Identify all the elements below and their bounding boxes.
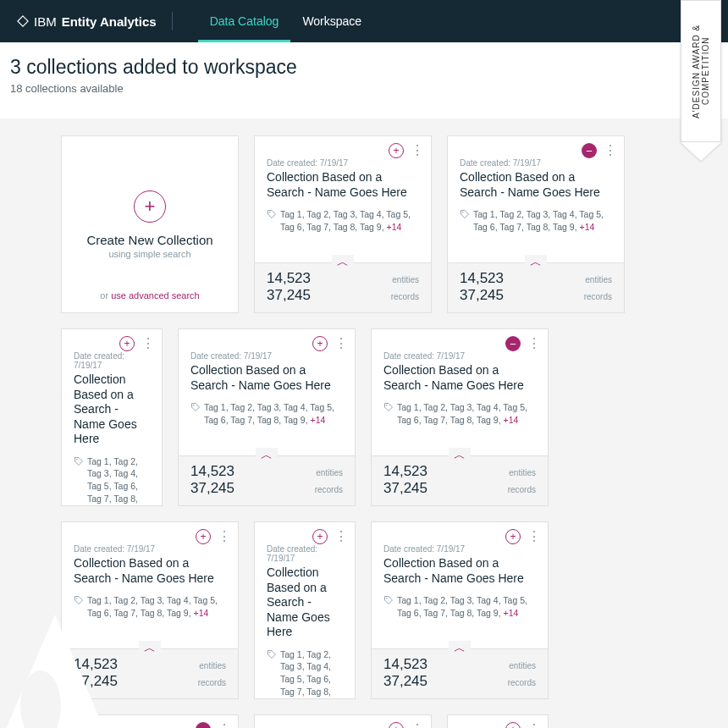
chevron-up-icon[interactable]: ︿ — [525, 255, 547, 270]
card-body: +⋮Date created: 7/19/17Collection Based … — [255, 136, 431, 262]
stat-entities: 14,523entities — [74, 656, 226, 673]
remove-icon[interactable]: − — [505, 336, 521, 351]
collection-title: Collection Based on a Search - Name Goes… — [383, 363, 536, 393]
svg-point-7 — [269, 652, 271, 654]
tags-more[interactable]: +14 — [387, 222, 402, 232]
chevron-up-icon[interactable]: ︿ — [449, 641, 471, 656]
add-icon[interactable]: + — [196, 529, 211, 544]
add-icon[interactable]: + — [312, 336, 328, 351]
card-actions: −⋮ — [196, 722, 231, 728]
records-label: records — [508, 678, 536, 687]
nav-workspace[interactable]: Workspace — [290, 0, 373, 42]
create-collection-card[interactable]: + Create New Collection using simple sea… — [61, 135, 239, 313]
collection-grid: + Create New Collection using simple sea… — [0, 119, 728, 728]
card-body: −⋮Date created: 7/19/17Collection Based … — [372, 329, 548, 455]
card-actions: +⋮ — [505, 722, 541, 728]
tags-more[interactable]: +14 — [114, 505, 130, 506]
svg-point-8 — [386, 598, 388, 599]
collection-card[interactable]: +⋮Date created: 7/19/17Collection Based … — [254, 521, 356, 699]
add-icon[interactable]: + — [505, 722, 521, 728]
entities-count: 14,523 — [267, 270, 311, 287]
svg-point-5 — [386, 405, 388, 406]
kebab-icon[interactable]: ⋮ — [527, 530, 541, 543]
stat-records: 37,245records — [267, 287, 419, 304]
tags-text: Tag 1, Tag 2, Tag 3, Tag 4, Tag 5, Tag 6… — [87, 455, 150, 507]
chevron-up-icon[interactable]: ︿ — [332, 255, 354, 270]
brand: IBM Entity Analytics — [17, 14, 157, 29]
tags-more[interactable]: +14 — [307, 698, 323, 699]
svg-point-2 — [462, 212, 464, 213]
collection-card[interactable]: +⋮Date created: 7/19/17Collection Based … — [178, 328, 356, 506]
kebab-icon[interactable]: ⋮ — [411, 723, 424, 728]
add-icon[interactable]: + — [312, 529, 328, 544]
tags-more[interactable]: +14 — [504, 415, 519, 425]
collection-card[interactable]: +⋮Date created: 7/19/17Collection Based … — [447, 714, 549, 728]
tags-more[interactable]: +14 — [311, 415, 326, 425]
date-created: Date created: 7/19/17 — [383, 351, 536, 361]
nav-data-catalog[interactable]: Data Catalog — [198, 0, 291, 42]
card-body: +⋮Date created: 7/19/17Collection Based … — [255, 715, 431, 728]
tag-icon — [460, 209, 470, 233]
chevron-up-icon[interactable]: ︿ — [256, 448, 278, 463]
tag-list: Tag 1, Tag 2, Tag 3, Tag 4, Tag 5, Tag 6… — [267, 208, 419, 233]
card-body: +⋮Date created: 7/19/17Collection Based … — [448, 715, 548, 728]
collection-title: Collection Based on a Search - Name Goes… — [190, 363, 343, 393]
add-icon[interactable]: + — [389, 722, 404, 728]
tag-list: Tag 1, Tag 2, Tag 3, Tag 4, Tag 5, Tag 6… — [267, 648, 343, 700]
remove-icon[interactable]: − — [582, 143, 597, 158]
tags-text: Tag 1, Tag 2, Tag 3, Tag 4, Tag 5, Tag 6… — [397, 594, 536, 619]
card-actions: +⋮ — [389, 143, 424, 158]
collection-card[interactable]: +⋮Date created: 7/19/17Collection Based … — [61, 328, 163, 506]
collection-card[interactable]: −⋮Date created: 7/19/17Collection Based … — [447, 135, 625, 313]
brand-icon — [17, 15, 29, 27]
kebab-icon[interactable]: ⋮ — [334, 337, 348, 350]
add-icon[interactable]: + — [505, 529, 521, 544]
kebab-icon[interactable]: ⋮ — [604, 144, 617, 157]
entities-label: entities — [316, 468, 343, 477]
tags-more[interactable]: +14 — [580, 222, 595, 232]
kebab-icon[interactable]: ⋮ — [218, 723, 231, 728]
stat-records: 37,245records — [383, 480, 536, 497]
collection-card[interactable]: −⋮Date created: 7/19/17Collection Based … — [61, 714, 239, 728]
entities-label: entities — [392, 275, 419, 284]
stat-records: 37,245records — [190, 480, 343, 497]
svg-point-3 — [76, 459, 78, 461]
tags-text: Tag 1, Tag 2, Tag 3, Tag 4, Tag 5, Tag 6… — [473, 208, 612, 233]
collection-card[interactable]: +⋮Date created: 7/19/17Collection Based … — [61, 521, 239, 699]
stat-records: 37,245records — [460, 287, 612, 304]
kebab-icon[interactable]: ⋮ — [334, 530, 348, 543]
card-actions: −⋮ — [505, 336, 541, 351]
records-label: records — [198, 678, 226, 687]
tags-more[interactable]: +14 — [194, 608, 209, 618]
stat-entities: 14,523entities — [460, 270, 612, 287]
entities-count: 14,523 — [383, 463, 427, 480]
tags-more[interactable]: +14 — [504, 608, 519, 618]
date-created: Date created: 7/19/17 — [267, 158, 419, 168]
kebab-icon[interactable]: ⋮ — [411, 144, 424, 157]
date-created: Date created: 7/19/17 — [74, 351, 150, 370]
kebab-icon[interactable]: ⋮ — [141, 337, 155, 350]
card-actions: +⋮ — [196, 529, 231, 544]
tag-icon — [267, 649, 277, 700]
chevron-up-icon[interactable]: ︿ — [449, 448, 471, 463]
advanced-search-link[interactable]: use advanced search — [111, 290, 200, 301]
add-icon[interactable]: + — [119, 336, 135, 351]
collection-card[interactable]: −⋮Date created: 7/19/17Collection Based … — [371, 328, 549, 506]
collection-card[interactable]: +⋮Date created: 7/19/17Collection Based … — [371, 521, 549, 699]
card-actions: +⋮ — [505, 529, 541, 544]
stat-records: 37,245records — [74, 673, 226, 690]
kebab-icon[interactable]: ⋮ — [527, 723, 541, 728]
remove-icon[interactable]: − — [196, 722, 211, 728]
kebab-icon[interactable]: ⋮ — [527, 337, 541, 350]
chevron-up-icon[interactable]: ︿ — [139, 641, 161, 656]
card-body: +⋮Date created: 7/19/17Collection Based … — [62, 329, 162, 506]
tags-text: Tag 1, Tag 2, Tag 3, Tag 4, Tag 5, Tag 6… — [87, 594, 226, 619]
tags-text: Tag 1, Tag 2, Tag 3, Tag 4, Tag 5, Tag 6… — [280, 648, 343, 700]
card-body: +⋮Date created: 7/19/17Collection Based … — [62, 522, 238, 648]
collection-card[interactable]: +⋮Date created: 7/19/17Collection Based … — [254, 135, 432, 313]
kebab-icon[interactable]: ⋮ — [218, 530, 231, 543]
collection-title: Collection Based on a Search - Name Goes… — [74, 372, 150, 447]
add-icon[interactable]: + — [389, 143, 404, 158]
records-label: records — [391, 292, 419, 301]
collection-card[interactable]: +⋮Date created: 7/19/17Collection Based … — [254, 714, 432, 728]
